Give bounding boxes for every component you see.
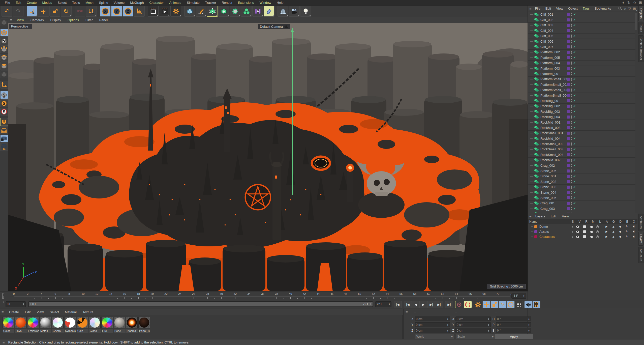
enabled-check-icon[interactable]: ✓ <box>573 72 576 76</box>
add-panel-icon[interactable]: ⊞ <box>633 7 636 11</box>
material-fire[interactable]: Fire <box>101 317 113 333</box>
material-emission[interactable]: Emission <box>27 317 39 333</box>
menu-window[interactable]: Window <box>257 1 274 5</box>
goto-end-button[interactable]: ▶| <box>445 301 453 308</box>
coord-field-x[interactable]: 0 cm▲▼ <box>415 317 450 321</box>
film-toggle[interactable] <box>532 301 540 308</box>
filter-icon[interactable]: ▽ <box>628 7 631 11</box>
layer-toggle-icon[interactable] <box>583 230 590 233</box>
camera-label[interactable]: Default Camera <box>258 24 290 29</box>
panel-grip[interactable] <box>2 301 4 307</box>
layers-menu-edit[interactable]: Edit <box>548 214 559 218</box>
object-row[interactable]: PlatformSmall_004 ✓ <box>528 93 635 98</box>
enabled-check-icon[interactable]: ✓ <box>573 83 576 87</box>
layer-color-chip[interactable] <box>567 169 570 172</box>
visibility-dots-icon[interactable] <box>571 110 572 113</box>
goto-prev-key-button[interactable]: |◀ <box>404 301 412 308</box>
material-thumbnail[interactable] <box>101 317 113 328</box>
material-symbols[interactable]: Symbols <box>64 317 76 333</box>
visibility-dots-icon[interactable] <box>571 94 572 97</box>
enabled-check-icon[interactable]: ✓ <box>573 115 576 119</box>
layer-color-chip[interactable] <box>567 164 570 167</box>
visibility-dots-icon[interactable] <box>571 148 572 151</box>
visibility-dots-icon[interactable] <box>571 78 572 81</box>
enabled-check-icon[interactable]: ✓ <box>573 137 576 140</box>
object-manager-menu-tags[interactable]: Tags <box>580 7 592 10</box>
quantize-button[interactable]: S <box>0 108 8 116</box>
enabled-check-icon[interactable]: ✓ <box>573 147 576 151</box>
enabled-check-icon[interactable]: ✓ <box>573 110 576 113</box>
enabled-check-icon[interactable]: ✓ <box>573 34 576 38</box>
menu-modes[interactable]: Modes <box>39 1 55 5</box>
object-row[interactable]: Stone_004 ✓ <box>528 190 635 195</box>
viewport-menu-icon[interactable]: ≡ <box>10 18 12 22</box>
layer-toggle-icon[interactable] <box>576 236 583 238</box>
layer-toggle-icon[interactable] <box>590 235 596 238</box>
keying-settings-button[interactable] <box>474 301 482 308</box>
layer-color-chip[interactable] <box>567 62 570 65</box>
layer-color-chip[interactable] <box>567 153 570 156</box>
coord-field-y[interactable]: 0 cm▲▼ <box>455 322 491 327</box>
enabled-check-icon[interactable]: ✓ <box>573 29 576 33</box>
object-row[interactable]: Cliff_002 ✓ <box>528 17 635 22</box>
world-dropdown[interactable]: World▾ <box>415 334 454 339</box>
point-mode-button[interactable] <box>0 45 8 53</box>
object-row[interactable]: Platform_001 ✓ <box>528 71 635 76</box>
render-settings-button[interactable] <box>170 6 181 17</box>
enabled-check-icon[interactable]: ✓ <box>573 61 576 65</box>
key-scale-toggle[interactable] <box>490 301 499 308</box>
layer-toggle-icon[interactable] <box>590 225 596 228</box>
enabled-check-icon[interactable]: ✓ <box>573 77 576 81</box>
magnet-snap-button[interactable] <box>0 118 8 126</box>
menu-file[interactable]: File <box>2 1 13 5</box>
snap-toggle-button[interactable]: S <box>0 91 8 99</box>
deformer-button[interactable] <box>264 6 274 17</box>
search-icon[interactable] <box>618 7 622 10</box>
layer-color-chip[interactable] <box>567 24 570 27</box>
viewport-menu-filter[interactable]: Filter <box>82 18 96 22</box>
visibility-dots-icon[interactable] <box>571 51 572 54</box>
visibility-dots-icon[interactable] <box>571 137 572 140</box>
visibility-dots-icon[interactable] <box>571 196 572 199</box>
layer-toggle-icon[interactable] <box>596 235 603 238</box>
workplane-button[interactable] <box>0 126 8 134</box>
menu-extensions[interactable]: Extensions <box>235 1 257 5</box>
material-thumbnail[interactable] <box>15 317 26 328</box>
coord-field-b[interactable]: 0 °▲▼ <box>496 328 531 333</box>
material-portal_ba[interactable]: Portal_Ba <box>138 317 150 333</box>
enabled-check-icon[interactable]: ✓ <box>573 191 576 194</box>
layer-color-chip[interactable] <box>567 186 570 189</box>
layer-color-chip[interactable] <box>567 121 570 124</box>
coord-field-y[interactable]: 0 cm▲▼ <box>415 322 450 327</box>
coord-field-h[interactable]: 0 °▲▼ <box>496 317 531 321</box>
object-row[interactable]: PlatformSmall_001 ✓ <box>528 82 635 87</box>
layers-menu-layers[interactable]: Layers <box>533 214 548 218</box>
panel-tab-content-browser[interactable]: Content Browser <box>638 35 643 62</box>
coordinate-system-button[interactable] <box>134 6 145 17</box>
viewport-menu-view[interactable]: View <box>14 18 27 22</box>
object-row[interactable]: PlatformSmall_003 ✓ <box>528 77 635 82</box>
layer-color-chip[interactable] <box>567 29 570 32</box>
material-bone[interactable]: Bone <box>114 317 125 333</box>
material-menu-view[interactable]: View <box>34 310 47 314</box>
timeline-marker[interactable] <box>180 292 180 300</box>
layer-color-chip[interactable] <box>567 175 570 178</box>
layer-color-chip[interactable] <box>567 83 570 86</box>
add-cube-object-button[interactable] <box>184 6 195 17</box>
enabled-check-icon[interactable]: ✓ <box>573 104 576 108</box>
scale-tool[interactable] <box>49 6 60 17</box>
goto-next-frame-button[interactable]: ▶| <box>427 301 435 308</box>
layer-color-chip[interactable] <box>567 110 570 113</box>
object-row[interactable]: Cliff_003 ✓ <box>528 23 635 28</box>
layer-color-chip[interactable] <box>567 13 570 16</box>
menu-volume[interactable]: Volume <box>111 1 127 5</box>
coord-field-p[interactable]: 0 °▲▼ <box>496 322 531 327</box>
object-row[interactable]: RockMid_001 ✓ <box>528 120 635 125</box>
layer-toggle-icon[interactable]: ◆ <box>617 230 624 233</box>
visibility-dots-icon[interactable] <box>571 29 572 32</box>
layer-row[interactable]: Assets●▶◮◆↻✖ <box>528 229 637 234</box>
layer-toggle-icon[interactable] <box>590 230 596 233</box>
object-row[interactable]: RockSmall_001 ✓ <box>528 131 635 136</box>
render-picture-viewer-button[interactable] <box>159 6 170 17</box>
apply-button[interactable]: Apply <box>495 334 533 339</box>
